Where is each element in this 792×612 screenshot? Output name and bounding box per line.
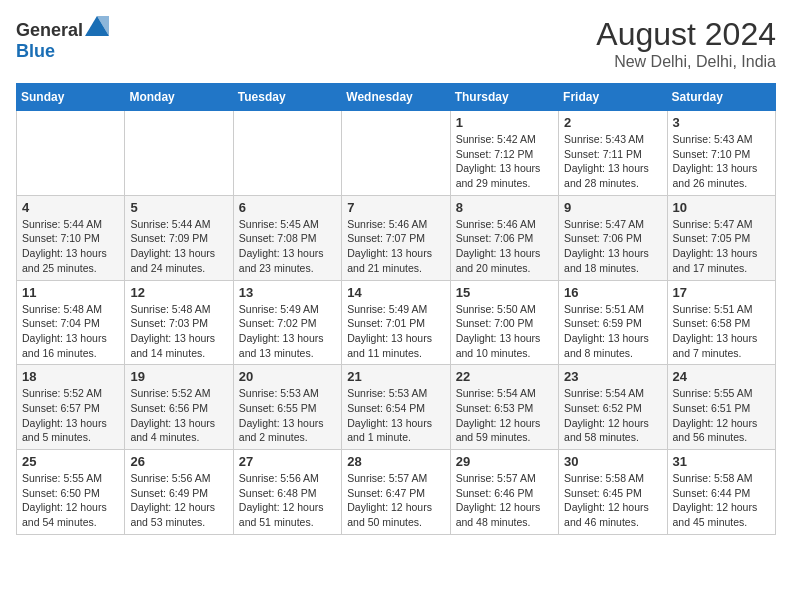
day-number: 27 [239,454,336,469]
day-number: 1 [456,115,553,130]
day-info: Sunrise: 5:57 AM Sunset: 6:47 PM Dayligh… [347,471,444,530]
day-info: Sunrise: 5:57 AM Sunset: 6:46 PM Dayligh… [456,471,553,530]
day-info: Sunrise: 5:45 AM Sunset: 7:08 PM Dayligh… [239,217,336,276]
calendar-cell [233,111,341,196]
day-info: Sunrise: 5:51 AM Sunset: 6:58 PM Dayligh… [673,302,770,361]
day-info: Sunrise: 5:44 AM Sunset: 7:09 PM Dayligh… [130,217,227,276]
day-number: 31 [673,454,770,469]
calendar-cell: 10Sunrise: 5:47 AM Sunset: 7:05 PM Dayli… [667,195,775,280]
day-info: Sunrise: 5:53 AM Sunset: 6:55 PM Dayligh… [239,386,336,445]
calendar-cell: 4Sunrise: 5:44 AM Sunset: 7:10 PM Daylig… [17,195,125,280]
logo-blue: Blue [16,41,55,61]
day-number: 11 [22,285,119,300]
day-info: Sunrise: 5:55 AM Sunset: 6:51 PM Dayligh… [673,386,770,445]
day-info: Sunrise: 5:43 AM Sunset: 7:10 PM Dayligh… [673,132,770,191]
calendar-cell: 25Sunrise: 5:55 AM Sunset: 6:50 PM Dayli… [17,450,125,535]
day-number: 7 [347,200,444,215]
day-info: Sunrise: 5:48 AM Sunset: 7:03 PM Dayligh… [130,302,227,361]
calendar-cell: 28Sunrise: 5:57 AM Sunset: 6:47 PM Dayli… [342,450,450,535]
day-number: 25 [22,454,119,469]
calendar-cell: 13Sunrise: 5:49 AM Sunset: 7:02 PM Dayli… [233,280,341,365]
calendar-cell: 20Sunrise: 5:53 AM Sunset: 6:55 PM Dayli… [233,365,341,450]
day-info: Sunrise: 5:58 AM Sunset: 6:44 PM Dayligh… [673,471,770,530]
calendar-cell: 17Sunrise: 5:51 AM Sunset: 6:58 PM Dayli… [667,280,775,365]
day-number: 15 [456,285,553,300]
calendar-table: SundayMondayTuesdayWednesdayThursdayFrid… [16,83,776,535]
day-number: 22 [456,369,553,384]
calendar-cell: 19Sunrise: 5:52 AM Sunset: 6:56 PM Dayli… [125,365,233,450]
calendar-cell: 2Sunrise: 5:43 AM Sunset: 7:11 PM Daylig… [559,111,667,196]
day-number: 14 [347,285,444,300]
calendar-cell: 18Sunrise: 5:52 AM Sunset: 6:57 PM Dayli… [17,365,125,450]
day-number: 28 [347,454,444,469]
day-info: Sunrise: 5:52 AM Sunset: 6:56 PM Dayligh… [130,386,227,445]
day-number: 16 [564,285,661,300]
calendar-cell: 5Sunrise: 5:44 AM Sunset: 7:09 PM Daylig… [125,195,233,280]
calendar-cell: 24Sunrise: 5:55 AM Sunset: 6:51 PM Dayli… [667,365,775,450]
calendar-subtitle: New Delhi, Delhi, India [596,53,776,71]
day-info: Sunrise: 5:47 AM Sunset: 7:06 PM Dayligh… [564,217,661,276]
day-number: 8 [456,200,553,215]
day-number: 24 [673,369,770,384]
calendar-cell: 27Sunrise: 5:56 AM Sunset: 6:48 PM Dayli… [233,450,341,535]
day-info: Sunrise: 5:48 AM Sunset: 7:04 PM Dayligh… [22,302,119,361]
day-info: Sunrise: 5:50 AM Sunset: 7:00 PM Dayligh… [456,302,553,361]
calendar-cell: 31Sunrise: 5:58 AM Sunset: 6:44 PM Dayli… [667,450,775,535]
day-info: Sunrise: 5:52 AM Sunset: 6:57 PM Dayligh… [22,386,119,445]
day-number: 21 [347,369,444,384]
calendar-cell [342,111,450,196]
calendar-cell: 21Sunrise: 5:53 AM Sunset: 6:54 PM Dayli… [342,365,450,450]
week-row-3: 11Sunrise: 5:48 AM Sunset: 7:04 PM Dayli… [17,280,776,365]
day-number: 17 [673,285,770,300]
day-number: 18 [22,369,119,384]
day-info: Sunrise: 5:56 AM Sunset: 6:49 PM Dayligh… [130,471,227,530]
calendar-cell [125,111,233,196]
column-header-sunday: Sunday [17,84,125,111]
day-info: Sunrise: 5:46 AM Sunset: 7:07 PM Dayligh… [347,217,444,276]
week-row-1: 1Sunrise: 5:42 AM Sunset: 7:12 PM Daylig… [17,111,776,196]
day-info: Sunrise: 5:47 AM Sunset: 7:05 PM Dayligh… [673,217,770,276]
day-info: Sunrise: 5:54 AM Sunset: 6:52 PM Dayligh… [564,386,661,445]
day-number: 10 [673,200,770,215]
column-header-tuesday: Tuesday [233,84,341,111]
header-row: SundayMondayTuesdayWednesdayThursdayFrid… [17,84,776,111]
calendar-cell: 14Sunrise: 5:49 AM Sunset: 7:01 PM Dayli… [342,280,450,365]
calendar-cell: 12Sunrise: 5:48 AM Sunset: 7:03 PM Dayli… [125,280,233,365]
page-header: General Blue August 2024 New Delhi, Delh… [16,16,776,71]
day-number: 19 [130,369,227,384]
calendar-cell [17,111,125,196]
day-number: 9 [564,200,661,215]
day-info: Sunrise: 5:55 AM Sunset: 6:50 PM Dayligh… [22,471,119,530]
logo: General Blue [16,16,109,62]
week-row-5: 25Sunrise: 5:55 AM Sunset: 6:50 PM Dayli… [17,450,776,535]
day-info: Sunrise: 5:58 AM Sunset: 6:45 PM Dayligh… [564,471,661,530]
calendar-cell: 22Sunrise: 5:54 AM Sunset: 6:53 PM Dayli… [450,365,558,450]
calendar-cell: 30Sunrise: 5:58 AM Sunset: 6:45 PM Dayli… [559,450,667,535]
day-info: Sunrise: 5:43 AM Sunset: 7:11 PM Dayligh… [564,132,661,191]
logo-icon [85,16,109,36]
calendar-cell: 6Sunrise: 5:45 AM Sunset: 7:08 PM Daylig… [233,195,341,280]
calendar-cell: 16Sunrise: 5:51 AM Sunset: 6:59 PM Dayli… [559,280,667,365]
column-header-saturday: Saturday [667,84,775,111]
column-header-friday: Friday [559,84,667,111]
day-number: 3 [673,115,770,130]
calendar-cell: 8Sunrise: 5:46 AM Sunset: 7:06 PM Daylig… [450,195,558,280]
calendar-cell: 26Sunrise: 5:56 AM Sunset: 6:49 PM Dayli… [125,450,233,535]
day-number: 5 [130,200,227,215]
calendar-cell: 11Sunrise: 5:48 AM Sunset: 7:04 PM Dayli… [17,280,125,365]
calendar-cell: 29Sunrise: 5:57 AM Sunset: 6:46 PM Dayli… [450,450,558,535]
day-number: 4 [22,200,119,215]
day-info: Sunrise: 5:54 AM Sunset: 6:53 PM Dayligh… [456,386,553,445]
week-row-4: 18Sunrise: 5:52 AM Sunset: 6:57 PM Dayli… [17,365,776,450]
calendar-cell: 7Sunrise: 5:46 AM Sunset: 7:07 PM Daylig… [342,195,450,280]
day-info: Sunrise: 5:46 AM Sunset: 7:06 PM Dayligh… [456,217,553,276]
day-info: Sunrise: 5:49 AM Sunset: 7:02 PM Dayligh… [239,302,336,361]
day-info: Sunrise: 5:44 AM Sunset: 7:10 PM Dayligh… [22,217,119,276]
day-number: 30 [564,454,661,469]
day-number: 6 [239,200,336,215]
day-number: 2 [564,115,661,130]
day-info: Sunrise: 5:49 AM Sunset: 7:01 PM Dayligh… [347,302,444,361]
column-header-wednesday: Wednesday [342,84,450,111]
day-info: Sunrise: 5:53 AM Sunset: 6:54 PM Dayligh… [347,386,444,445]
day-info: Sunrise: 5:56 AM Sunset: 6:48 PM Dayligh… [239,471,336,530]
